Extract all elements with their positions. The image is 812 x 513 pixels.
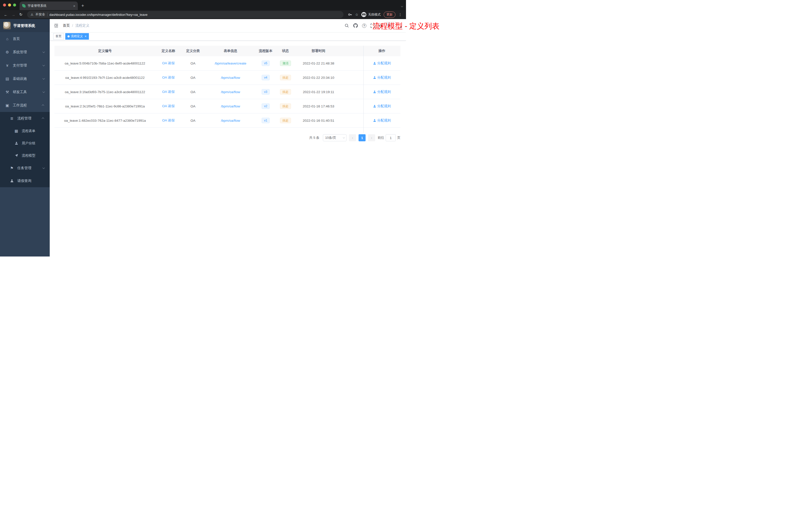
page-number-button[interactable]: 1	[358, 134, 366, 141]
goto-unit: 页	[397, 135, 401, 140]
sidebar-item-payment[interactable]: ¥ 支付管理	[0, 59, 50, 72]
update-chrome-button[interactable]: 更新	[384, 11, 396, 18]
definition-name-link[interactable]: OA 请假	[162, 104, 175, 108]
sidebar-item-workflow[interactable]: ▣ 工作流程	[0, 99, 50, 112]
cell-definition-name: OA 请假	[155, 104, 181, 109]
back-icon[interactable]: ←	[2, 12, 9, 17]
column-header-form-info: 表单信息	[205, 49, 256, 53]
definition-name-link[interactable]: OA 请假	[162, 118, 175, 122]
cell-definition-id: oa_leave:1:482ec033-762a-11ec-8477-a2380…	[55, 119, 155, 122]
incognito-indicator: 无痕模式	[361, 12, 381, 17]
cell-form-info: /bpm/oa/leave/create	[205, 61, 256, 65]
table-row[interactable]: oa_leave:1:482ec033-762a-11ec-8477-a2380…	[55, 114, 401, 128]
sidebar-item-system[interactable]: ⚙ 系统管理	[0, 46, 50, 59]
browser-menu-icon[interactable]: ⋮	[399, 12, 402, 17]
sidebar-item-dev-tools[interactable]: ⚒ 研发工具	[0, 85, 50, 99]
page-content: 定义编号 定义名称 定义分类 表单信息 流程版本 状态 部署时间 操作 oa_l…	[50, 41, 406, 256]
tab-title: 芋道管理系统	[28, 4, 71, 8]
forward-icon[interactable]: →	[10, 12, 17, 17]
assign-rule-link[interactable]: 分配规则	[373, 104, 391, 109]
cell-definition-name: OA 请假	[155, 61, 181, 65]
user-avatar[interactable]	[386, 22, 396, 29]
sidebar-item-process-management[interactable]: ≣ 流程管理	[0, 112, 50, 125]
tag-close-icon[interactable]: ×	[85, 35, 87, 38]
fullscreen-icon[interactable]	[371, 24, 375, 28]
reload-icon[interactable]: ↻	[18, 12, 24, 17]
avatar-caret-icon[interactable]	[400, 27, 402, 28]
prev-page-button[interactable]: ‹	[349, 134, 356, 141]
user-icon	[373, 90, 376, 93]
cell-deploy-time: 2022-01-16 01:40:51	[296, 119, 341, 122]
assign-rule-link[interactable]: 分配规则	[373, 75, 391, 80]
cell-category: OA	[181, 104, 205, 108]
status-badge: 挂起	[280, 89, 291, 95]
next-page-button[interactable]: ›	[368, 134, 375, 141]
table-row[interactable]: oa_leave:2:3c1f0ef1-76b1-11ec-9c66-a2380…	[55, 99, 401, 114]
column-header-deploy-time: 部署时间	[296, 49, 341, 53]
cell-deploy-time: 2022-01-22 21:48:38	[296, 61, 341, 65]
window-zoom-button[interactable]	[13, 3, 16, 6]
app-logo[interactable]: 芋道管理系统	[0, 19, 50, 32]
assign-rule-link[interactable]: 分配规则	[373, 90, 391, 94]
column-header-process-version: 流程版本	[256, 49, 275, 53]
header-actions: ? tT	[345, 22, 402, 29]
cell-form-info: /bpm/oa/flow	[205, 90, 256, 94]
window-minimize-button[interactable]	[8, 3, 11, 6]
definition-name-link[interactable]: OA 请假	[162, 76, 175, 79]
tag-process-definition[interactable]: 流程定义 ×	[65, 33, 89, 40]
password-key-icon[interactable]	[348, 12, 352, 17]
sidebar-item-process-model[interactable]: 流程模型	[0, 149, 50, 162]
sidebar-item-infrastructure[interactable]: ▤ 基础设施	[0, 72, 50, 85]
cell-form-info: /bpm/oa/flow	[205, 104, 256, 108]
form-info-link[interactable]: /bpm/oa/flow	[221, 119, 240, 122]
gear-icon: ⚙	[5, 50, 9, 55]
form-info-link[interactable]: /bpm/oa/flow	[221, 76, 240, 80]
page-size-select[interactable]: 10条/页	[323, 134, 347, 141]
help-icon[interactable]: ?	[362, 24, 366, 28]
breadcrumb-home[interactable]: 首页	[63, 23, 70, 28]
security-warning-icon: ⚠	[31, 13, 33, 16]
chevron-down-icon	[343, 136, 345, 138]
goto-page-input[interactable]	[386, 134, 396, 141]
form-info-link[interactable]: /bpm/oa/leave/create	[215, 61, 246, 65]
sidebar-item-process-form[interactable]: ▦ 流程表单	[0, 125, 50, 137]
pagination-goto: 前往 页	[378, 134, 401, 141]
form-info-link[interactable]: /bpm/oa/flow	[221, 104, 240, 108]
assign-rule-link[interactable]: 分配规则	[373, 61, 391, 65]
new-tab-button[interactable]: +	[78, 1, 88, 10]
logo-avatar	[3, 22, 11, 29]
bookmark-star-icon[interactable]: ☆	[355, 12, 358, 17]
window-close-button[interactable]	[3, 3, 6, 6]
tags-view: 首页 流程定义 ×	[50, 32, 406, 41]
assign-rule-label: 分配规则	[377, 104, 391, 109]
user-icon	[373, 105, 376, 108]
sidebar-item-task-management[interactable]: ⚑ 任务管理	[0, 162, 50, 175]
table-row[interactable]: oa_leave:3:1fad3d93-7b75-11ec-a3c8-acde4…	[55, 85, 401, 99]
tab-close-icon[interactable]: ×	[73, 4, 75, 8]
form-info-link[interactable]: /bpm/oa/flow	[221, 90, 240, 94]
browser-tab[interactable]: 芋道管理系统 ×	[20, 1, 78, 10]
update-label: 更新	[386, 12, 393, 17]
sidebar-menu: ⌂ 首页 ⚙ 系统管理 ¥ 支付管理 ▤ 基础设施 ⚒ 研发工具	[0, 32, 50, 187]
font-size-icon[interactable]: tT	[379, 24, 382, 28]
security-label[interactable]: 不安全	[35, 12, 45, 17]
table-row[interactable]: oa_leave:5:004b710b-7b8a-11ec-8ef0-acde4…	[55, 56, 401, 70]
sidebar-item-label: 系统管理	[13, 50, 39, 55]
sidebar-item-user-group[interactable]: 用户分组	[0, 137, 50, 149]
definition-name-link[interactable]: OA 请假	[162, 61, 175, 65]
github-icon[interactable]	[353, 23, 358, 28]
table-row[interactable]: oa_leave:4:991f2193-7b7f-11ec-a3c8-acde4…	[55, 70, 401, 85]
tag-home[interactable]: 首页	[53, 33, 64, 40]
tab-search-caret-icon[interactable]	[401, 5, 403, 7]
hamburger-icon[interactable]	[54, 23, 59, 28]
sidebar-item-home[interactable]: ⌂ 首页	[0, 32, 50, 46]
address-bar[interactable]: ⚠ 不安全 dashboard.yudao.iocoder.cn/bpm/man…	[27, 11, 344, 18]
assign-rule-link[interactable]: 分配规则	[373, 118, 391, 123]
tools-icon: ⚒	[5, 90, 9, 94]
sidebar-item-leave-query[interactable]: 请假查询	[0, 175, 50, 187]
cell-form-info: /bpm/oa/flow	[205, 119, 256, 122]
search-icon[interactable]	[345, 23, 349, 28]
user-icon	[373, 119, 376, 122]
definition-name-link[interactable]: OA 请假	[162, 90, 175, 94]
list-icon: ≣	[9, 116, 14, 121]
